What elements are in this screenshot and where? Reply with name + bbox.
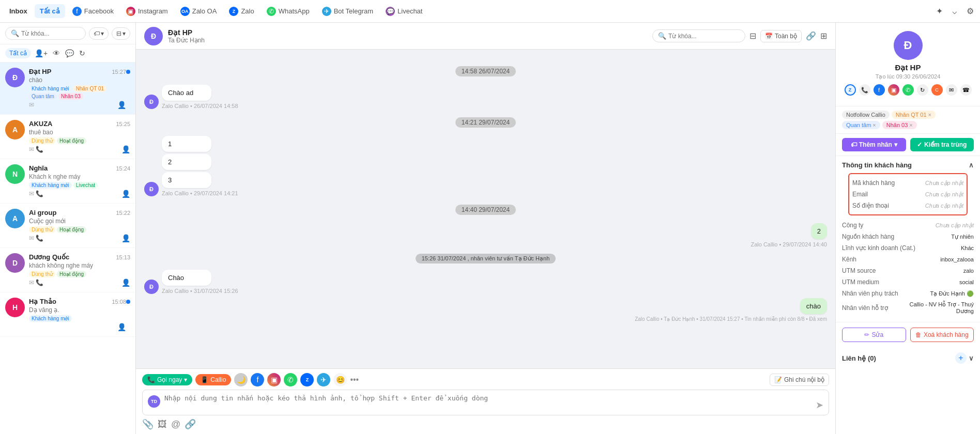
remove-tag-icon[interactable]: × — [928, 112, 931, 118]
avatar-duong-quoc: D — [5, 253, 25, 273]
avatar-nghia: N — [5, 164, 25, 184]
rp-instagram-icon[interactable]: ▣ — [888, 84, 899, 96]
check-duplicate-button[interactable]: ✓ Kiểm tra trùng — [910, 138, 974, 151]
input-bottom-toolbar: 📎 🖼 @ 🔗 — [142, 419, 829, 430]
collapse-icon[interactable]: ∧ — [969, 161, 974, 169]
message-input[interactable] — [164, 394, 816, 410]
zalo-channel-icon[interactable]: Z — [300, 373, 314, 386]
edit-button[interactable]: ✏ Sửa — [842, 328, 906, 342]
refresh-icon[interactable]: ↻ — [78, 48, 87, 59]
input-avatar: TD — [148, 395, 160, 408]
conversation-item-ai-group[interactable]: A Ai group 15:22 Cuộc gọi mới Dùng thử H… — [0, 204, 135, 248]
sidebar-search-input[interactable] — [21, 30, 80, 37]
chat-contact-name: Đạt HP — [168, 28, 652, 37]
search-icon: 🔍 — [658, 32, 666, 40]
unread-dot — [126, 70, 130, 74]
delete-customer-button[interactable]: 🗑 Xoá khách hàng — [910, 328, 974, 342]
field-utm-source: UTM source zalo — [842, 265, 974, 276]
chevron-down-icon[interactable]: ∨ — [969, 354, 974, 362]
add-member-button[interactable]: 🏷 Thêm nhân ▾ — [842, 138, 906, 151]
sidebar-search-box[interactable]: 🔍 — [5, 27, 86, 40]
tag-filter-button[interactable]: 🏷 ▾ — [89, 27, 109, 40]
nav-inbox[interactable]: Inbox — [4, 4, 33, 18]
conversation-item-nghia[interactable]: N Nghĩa 15:24 Khách k nghe máy Khách hàn… — [0, 159, 135, 204]
rp-facebook-icon[interactable]: f — [874, 84, 885, 96]
add-user-icon[interactable]: 👤 — [121, 190, 130, 198]
instagram-channel-icon[interactable]: ▣ — [267, 373, 281, 386]
note-button[interactable]: 📝 Ghi chú nội bộ — [770, 374, 829, 386]
chat-search-box[interactable]: 🔍 — [652, 29, 745, 42]
filter-icon[interactable]: ⊟ — [749, 31, 756, 41]
expand-icon[interactable]: ⊞ — [820, 31, 827, 41]
rp-phone-icon[interactable]: 📞 — [859, 84, 870, 96]
send-button[interactable]: ➤ — [816, 399, 823, 411]
nav-bot-telegram[interactable]: ✈ Bot Telegram — [317, 4, 378, 19]
conversation-item-ha-thao[interactable]: H Hạ Thảo 15:08 Dạ vâng ạ. Khách hàng mớ… — [0, 292, 135, 337]
tag-hoat-dong: Hoạt động — [57, 137, 86, 144]
call-now-button[interactable]: 📞 Gọi ngay ▾ — [142, 374, 192, 385]
settings-icon[interactable]: ⚙ — [964, 4, 976, 18]
facebook-channel-icon[interactable]: f — [251, 373, 264, 386]
nav-tatca[interactable]: Tất cả — [35, 4, 65, 18]
messages-area: 14:58 26/07/2024 Đ Chào ad Zalo Callio •… — [136, 50, 835, 368]
conversation-item-akuza[interactable]: A AKUZA 15:25 thuê bao Dùng thử Hoạt độn… — [0, 115, 135, 159]
nav-zalo-oa[interactable]: OA Zalo OA — [175, 4, 222, 19]
link-icon[interactable]: 🔗 — [185, 419, 196, 430]
msg-avatar: Đ — [144, 182, 159, 196]
toan-bo-button[interactable]: 📅 Toàn bộ — [760, 30, 802, 42]
telegram-channel-icon[interactable]: ✈ — [317, 373, 330, 386]
rp-whatsapp-icon[interactable]: ✆ — [902, 84, 914, 96]
add-user-icon[interactable]: 👤 — [121, 278, 130, 287]
remove-tag-icon[interactable]: × — [909, 122, 912, 128]
nav-livechat[interactable]: 💬 Livechat — [380, 4, 427, 19]
add-user-icon[interactable]: 👤 — [117, 323, 126, 331]
more-options-icon[interactable]: ••• — [350, 375, 359, 384]
eye-icon[interactable]: 👁 — [51, 48, 62, 59]
nav-facebook[interactable]: f Facebook — [67, 4, 119, 19]
add-user-icon[interactable]: 👤+ — [33, 48, 49, 59]
add-user-icon[interactable]: 👤 — [121, 234, 130, 242]
zalo-icon: Z — [229, 7, 238, 16]
filter-icon: ⊟ — [116, 30, 121, 37]
tag-hoat-dong: Hoạt động — [57, 271, 86, 277]
message-row: Đ Chào Zalo Callio • 31/07/2024 15:26 — [144, 270, 827, 294]
whatsapp-channel-icon[interactable]: ✆ — [284, 373, 297, 386]
conv-name: Dương Quốc — [29, 253, 69, 261]
rp-tel-icon[interactable]: ☎ — [960, 84, 972, 96]
conversation-item-dat-hp[interactable]: Đ Đạt HP 15:27 chào Khách hàng mới Nhân … — [0, 63, 135, 115]
message-time: Zalo Callio • 26/07/2024 14:58 — [162, 103, 238, 109]
expand-icon[interactable]: ⌵ — [950, 4, 959, 18]
add-user-icon[interactable]: 👤 — [117, 101, 126, 109]
remove-tag-icon[interactable]: × — [872, 122, 876, 128]
image-icon[interactable]: 🖼 — [158, 419, 167, 430]
rp-zalo-icon[interactable]: Z — [845, 84, 856, 96]
rp-callio-icon[interactable]: C — [931, 84, 943, 96]
message-row: Đ 1 2 3 Zalo Callio • 29/07/2024 14:21 — [144, 136, 827, 196]
chat-contact-sub: Ta Đức Hạnh — [168, 37, 652, 44]
tab-tatca[interactable]: Tất cả — [5, 48, 31, 58]
add-user-icon[interactable]: 👤 — [121, 145, 130, 153]
filter-button[interactable]: ⊟ ▾ — [112, 27, 130, 40]
tag-dung-thu: Dùng thử — [29, 137, 55, 144]
link-icon[interactable]: 🔗 — [806, 31, 816, 41]
chat-search-input[interactable] — [668, 33, 740, 40]
callio-channel-icon[interactable]: 🌙 — [234, 373, 248, 386]
rp-tag-nhan-qt01: Nhân QT 01 × — [892, 111, 936, 119]
left-sidebar: 🔍 🏷 ▾ ⊟ ▾ Tất cả 👤+ 👁 💬 ↻ Đ — [0, 23, 136, 434]
rp-email-icon[interactable]: ✉ — [946, 84, 957, 96]
mention-icon[interactable]: @ — [171, 419, 180, 430]
nav-instagram[interactable]: ▣ Instagram — [121, 4, 173, 19]
rp-refresh-icon[interactable]: ↻ — [917, 84, 928, 96]
nav-whatsapp[interactable]: ✆ WhatsApp — [262, 4, 315, 19]
rp-header: Đ Đạt HP Tạo lúc 09:30 26/06/2024 Z 📞 f … — [836, 23, 980, 106]
conversation-item-duong-quoc[interactable]: D Dương Quốc 15:13 khách không nghe máy … — [0, 248, 135, 292]
star-icon[interactable]: ✦ — [934, 4, 945, 18]
nav-zalo[interactable]: Z Zalo — [224, 4, 259, 19]
tag-livechat: Livechat — [73, 182, 98, 189]
bubble-icon[interactable]: 💬 — [64, 48, 75, 59]
emoji-icon[interactable]: 😊 — [333, 373, 347, 386]
add-lien-he-button[interactable]: + — [955, 352, 967, 364]
callio-button[interactable]: 📱 Callio — [195, 374, 231, 385]
attachment-icon[interactable]: 📎 — [142, 419, 154, 430]
tag-icon: 🏷 — [851, 141, 857, 148]
